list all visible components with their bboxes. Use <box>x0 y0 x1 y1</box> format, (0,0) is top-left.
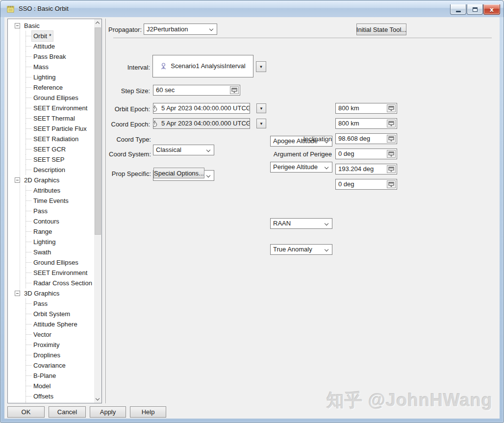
argument-of-perigee-unit-button[interactable] <box>387 150 396 158</box>
tree-item-pass-break[interactable]: Pass Break <box>8 51 94 62</box>
tree-item-reference[interactable]: Reference <box>8 82 94 93</box>
argument-of-perigee-value: 0 deg <box>338 150 354 157</box>
chevron-down-icon <box>206 174 210 177</box>
tree-item-seet-environment[interactable]: SEET Environment <box>8 268 94 278</box>
title-bar[interactable]: SSO : Basic Orbit x <box>0 0 504 17</box>
argument-of-perigee-field[interactable]: 0 deg <box>335 149 397 159</box>
tree-item-b-plane[interactable]: B-Plane <box>8 371 94 381</box>
tree-item-pass[interactable]: Pass <box>8 206 94 216</box>
tree-item-seet-particle-flux[interactable]: SEET Particle Flux <box>8 124 94 134</box>
tree-item-label: SEET SEP <box>33 154 64 165</box>
inclination-field[interactable]: 98.608 deg <box>335 133 397 144</box>
apply-button[interactable]: Apply <box>90 406 126 418</box>
tree-item-label: Contours <box>33 401 59 403</box>
tree-item-label: 3D Graphics <box>24 288 59 299</box>
inclination-unit-button[interactable] <box>387 135 396 143</box>
coord-epoch-dropdown-button[interactable]: ▼ <box>256 119 266 128</box>
element-selector-true-anomaly[interactable]: True Anomaly <box>270 244 332 255</box>
tree-item-label: SEET Particle Flux <box>33 124 87 134</box>
propagator-select[interactable]: J2Perturbation <box>144 24 217 35</box>
tree-item-mass[interactable]: Mass <box>8 62 94 72</box>
step-size-unit-button[interactable] <box>230 86 239 94</box>
perigee-unit-button[interactable] <box>387 120 396 127</box>
tree-item-attributes[interactable]: Attributes <box>8 185 94 196</box>
tree-item-seet-sep[interactable]: SEET SEP <box>8 154 94 165</box>
tree-item-description[interactable]: Description <box>8 165 94 175</box>
orbit-epoch-label: Orbit Epoch: <box>106 105 150 113</box>
tree-item-range[interactable]: Range <box>8 226 94 237</box>
tree-item-proximity[interactable]: Proximity <box>8 340 94 350</box>
tree-item-3d-graphics[interactable]: 3D Graphics <box>8 288 94 299</box>
cancel-button[interactable]: Cancel <box>49 406 86 418</box>
tree-item-covariance[interactable]: Covariance <box>8 360 94 371</box>
element-selector-raan[interactable]: RAAN <box>270 218 332 229</box>
tree-panel-list: BasicOrbit *AttitudePass BreakMassLighti… <box>8 21 94 403</box>
collapse-minus-icon[interactable] <box>15 291 20 296</box>
tree-item-vector[interactable]: Vector <box>8 329 94 340</box>
scroll-up-arrow-icon[interactable] <box>94 19 101 27</box>
perigee-altitude-field[interactable]: 800 km <box>335 118 397 129</box>
window-title: SSO : Basic Orbit <box>19 5 69 12</box>
tree-item-seet-radiation[interactable]: SEET Radiation <box>8 134 94 144</box>
coord-type-select[interactable]: Classical <box>153 145 214 155</box>
tree-item-contours[interactable]: Contours <box>8 216 94 226</box>
tree-item-pass[interactable]: Pass <box>8 299 94 309</box>
special-options-button[interactable]: Special Options... <box>153 168 204 178</box>
tree-item-seet-gcr[interactable]: SEET GCR <box>8 144 94 154</box>
tree-item-label: Time Events <box>33 196 69 206</box>
coord-epoch-value: 5 Apr 2023 04:00:00.000 UTCG <box>161 119 250 128</box>
tree-item-model[interactable]: Model <box>8 381 94 391</box>
true-anomaly-field[interactable]: 0 deg <box>335 179 397 190</box>
interval-dropdown-button[interactable]: ▼ <box>256 61 266 72</box>
tree-scrollbar[interactable] <box>94 19 101 403</box>
scenario-interval-icon <box>160 63 167 70</box>
scroll-down-arrow-icon[interactable] <box>94 395 101 403</box>
true-anomaly-unit-button[interactable] <box>387 180 396 188</box>
tree-item-ground-ellipses[interactable]: Ground Ellipses <box>8 257 94 268</box>
tree-item-time-events[interactable]: Time Events <box>8 196 94 206</box>
orbit-epoch-field[interactable]: 5 Apr 2023 04:00:00.000 UTCG <box>153 103 250 114</box>
apogee-unit-button[interactable] <box>387 104 396 112</box>
tree-item-radar-cross-section[interactable]: Radar Cross Section <box>8 278 94 288</box>
collapse-minus-icon[interactable] <box>15 23 20 28</box>
close-button[interactable]: x <box>483 4 500 15</box>
scrollbar-thumb[interactable] <box>95 27 101 235</box>
tree-item-droplines[interactable]: Droplines <box>8 350 94 360</box>
interval-field[interactable]: Scenario1 AnalysisInterval <box>152 55 253 77</box>
tree-item-orbit[interactable]: Orbit * <box>8 31 94 41</box>
tree-item-lighting[interactable]: Lighting <box>8 237 94 247</box>
tree-item-attitude-sphere[interactable]: Attitude Sphere <box>8 319 94 329</box>
stopwatch-icon <box>153 105 157 112</box>
tree-item-label: Attitude Sphere <box>33 319 77 329</box>
tree-item-orbit-system[interactable]: Orbit System <box>8 309 94 319</box>
help-button[interactable]: Help <box>130 406 166 418</box>
prop-specific-label: Prop Specific: <box>102 170 151 177</box>
tree-item-basic[interactable]: Basic <box>8 21 94 31</box>
tree-item-swath[interactable]: Swath <box>8 247 94 257</box>
ok-button[interactable]: OK <box>7 406 45 418</box>
raan-unit-button[interactable] <box>387 165 396 173</box>
initial-state-tool-button[interactable]: Initial State Tool... <box>356 24 406 35</box>
chevron-down-icon <box>325 165 328 169</box>
tree-item-ground-ellipses[interactable]: Ground Ellipses <box>8 93 94 103</box>
apogee-altitude-field[interactable]: 800 km <box>335 103 397 114</box>
collapse-minus-icon[interactable] <box>15 177 20 183</box>
tree-item-offsets[interactable]: Offsets <box>8 391 94 401</box>
tree-item-label: Pass <box>33 206 48 216</box>
tree-item-attitude[interactable]: Attitude <box>8 41 94 51</box>
step-size-field[interactable]: 60 sec <box>153 85 240 96</box>
ruler-icon <box>231 87 237 93</box>
element-selector-perigee[interactable]: Perigee Altitude <box>270 162 332 173</box>
raan-field[interactable]: 193.204 deg <box>335 164 397 174</box>
tree-item-label: SEET Environment <box>33 268 87 278</box>
minimize-button[interactable] <box>450 4 466 15</box>
tree-item-seet-environment[interactable]: SEET Environment <box>8 103 94 113</box>
tree-item-label: Attitude <box>33 41 55 51</box>
tree-item-seet-thermal[interactable]: SEET Thermal <box>8 113 94 124</box>
tree-item-lighting[interactable]: Lighting <box>8 72 94 82</box>
orbit-epoch-dropdown-button[interactable]: ▼ <box>256 103 266 113</box>
tree-item-2d-graphics[interactable]: 2D Graphics <box>8 175 94 185</box>
maximize-button[interactable] <box>467 4 483 15</box>
tree-item-contours[interactable]: Contours <box>8 401 94 403</box>
inclination-value: 98.608 deg <box>338 135 370 142</box>
